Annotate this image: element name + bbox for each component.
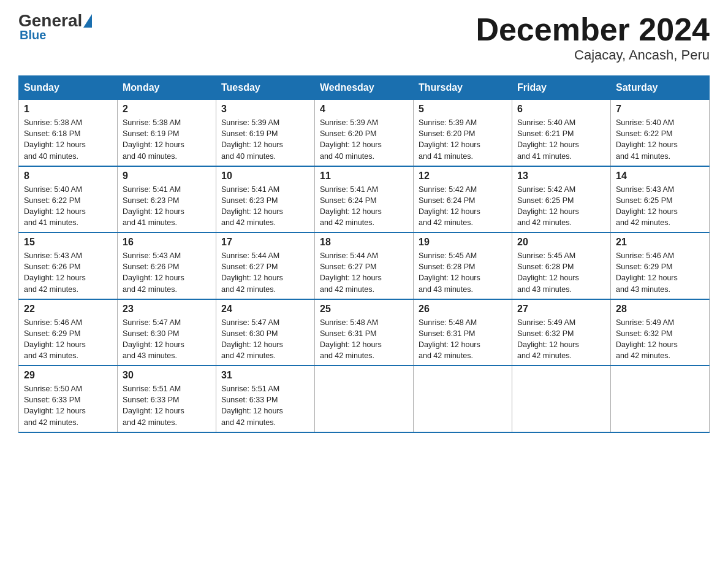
day-number: 12: [419, 170, 507, 182]
day-info: Sunrise: 5:41 AMSunset: 6:23 PMDaylight:…: [221, 184, 309, 229]
day-number: 1: [24, 104, 112, 115]
day-info: Sunrise: 5:45 AMSunset: 6:28 PMDaylight:…: [517, 250, 605, 295]
calendar-cell: 29Sunrise: 5:50 AMSunset: 6:33 PMDayligh…: [19, 366, 118, 432]
calendar-cell: 7Sunrise: 5:40 AMSunset: 6:22 PMDaylight…: [611, 100, 710, 166]
calendar-cell: 20Sunrise: 5:45 AMSunset: 6:28 PMDayligh…: [512, 232, 611, 299]
day-number: 29: [24, 370, 112, 381]
calendar-cell: 1Sunrise: 5:38 AMSunset: 6:18 PMDaylight…: [19, 100, 118, 166]
day-number: 24: [221, 304, 309, 315]
calendar-cell: 17Sunrise: 5:44 AMSunset: 6:27 PMDayligh…: [216, 232, 315, 299]
day-number: 5: [419, 104, 507, 115]
calendar-cell: [315, 366, 414, 432]
calendar-cell: 23Sunrise: 5:47 AMSunset: 6:30 PMDayligh…: [118, 299, 216, 366]
day-info: Sunrise: 5:47 AMSunset: 6:30 PMDaylight:…: [123, 317, 211, 362]
day-number: 28: [616, 304, 704, 315]
day-info: Sunrise: 5:44 AMSunset: 6:27 PMDaylight:…: [221, 250, 309, 295]
day-number: 8: [24, 170, 112, 182]
day-number: 6: [517, 104, 605, 115]
calendar-cell: 10Sunrise: 5:41 AMSunset: 6:23 PMDayligh…: [216, 166, 315, 233]
calendar-cell: [414, 366, 512, 432]
calendar-cell: 24Sunrise: 5:47 AMSunset: 6:30 PMDayligh…: [216, 299, 315, 366]
calendar-cell: 18Sunrise: 5:44 AMSunset: 6:27 PMDayligh…: [315, 232, 414, 299]
header-thursday: Thursday: [414, 76, 512, 100]
header-saturday: Saturday: [611, 76, 710, 100]
header-monday: Monday: [118, 76, 216, 100]
day-info: Sunrise: 5:50 AMSunset: 6:33 PMDaylight:…: [24, 383, 112, 428]
calendar-cell: [611, 366, 710, 432]
calendar-cell: 21Sunrise: 5:46 AMSunset: 6:29 PMDayligh…: [611, 232, 710, 299]
calendar-cell: 5Sunrise: 5:39 AMSunset: 6:20 PMDaylight…: [414, 100, 512, 166]
day-number: 9: [123, 170, 211, 182]
day-info: Sunrise: 5:46 AMSunset: 6:29 PMDaylight:…: [616, 250, 704, 295]
calendar-cell: 2Sunrise: 5:38 AMSunset: 6:19 PMDaylight…: [118, 100, 216, 166]
day-number: 20: [517, 237, 605, 248]
calendar-cell: 19Sunrise: 5:45 AMSunset: 6:28 PMDayligh…: [414, 232, 512, 299]
logo: General Blue: [18, 12, 93, 42]
day-number: 15: [24, 237, 112, 248]
day-number: 3: [221, 104, 309, 115]
day-info: Sunrise: 5:47 AMSunset: 6:30 PMDaylight:…: [221, 317, 309, 362]
calendar-cell: 9Sunrise: 5:41 AMSunset: 6:23 PMDaylight…: [118, 166, 216, 233]
day-info: Sunrise: 5:42 AMSunset: 6:25 PMDaylight:…: [517, 184, 605, 229]
day-info: Sunrise: 5:49 AMSunset: 6:32 PMDaylight:…: [517, 317, 605, 362]
day-number: 19: [419, 237, 507, 248]
day-number: 11: [320, 170, 408, 182]
calendar-cell: 22Sunrise: 5:46 AMSunset: 6:29 PMDayligh…: [19, 299, 118, 366]
calendar-cell: 16Sunrise: 5:43 AMSunset: 6:26 PMDayligh…: [118, 232, 216, 299]
day-info: Sunrise: 5:40 AMSunset: 6:22 PMDaylight:…: [616, 117, 704, 162]
header-tuesday: Tuesday: [216, 76, 315, 100]
day-number: 4: [320, 104, 408, 115]
day-number: 16: [123, 237, 211, 248]
page-header: General Blue December 2024 Cajacay, Anca…: [18, 12, 710, 63]
day-info: Sunrise: 5:42 AMSunset: 6:24 PMDaylight:…: [419, 184, 507, 229]
day-info: Sunrise: 5:38 AMSunset: 6:18 PMDaylight:…: [24, 117, 112, 162]
day-number: 7: [616, 104, 704, 115]
day-number: 13: [517, 170, 605, 182]
day-number: 22: [24, 304, 112, 315]
day-number: 25: [320, 304, 408, 315]
day-info: Sunrise: 5:40 AMSunset: 6:22 PMDaylight:…: [24, 184, 112, 229]
logo-text: General: [18, 12, 93, 29]
day-info: Sunrise: 5:43 AMSunset: 6:25 PMDaylight:…: [616, 184, 704, 229]
calendar-cell: 4Sunrise: 5:39 AMSunset: 6:20 PMDaylight…: [315, 100, 414, 166]
calendar-cell: 15Sunrise: 5:43 AMSunset: 6:26 PMDayligh…: [19, 232, 118, 299]
day-info: Sunrise: 5:43 AMSunset: 6:26 PMDaylight:…: [123, 250, 211, 295]
day-number: 18: [320, 237, 408, 248]
day-number: 21: [616, 237, 704, 248]
day-info: Sunrise: 5:51 AMSunset: 6:33 PMDaylight:…: [123, 383, 211, 428]
day-info: Sunrise: 5:41 AMSunset: 6:24 PMDaylight:…: [320, 184, 408, 229]
logo-triangle-icon: [83, 14, 92, 28]
day-number: 26: [419, 304, 507, 315]
day-info: Sunrise: 5:49 AMSunset: 6:32 PMDaylight:…: [616, 317, 704, 362]
header-sunday: Sunday: [19, 76, 118, 100]
calendar-cell: 28Sunrise: 5:49 AMSunset: 6:32 PMDayligh…: [611, 299, 710, 366]
day-number: 23: [123, 304, 211, 315]
day-info: Sunrise: 5:40 AMSunset: 6:21 PMDaylight:…: [517, 117, 605, 162]
calendar-subtitle: Cajacay, Ancash, Peru: [476, 47, 710, 63]
day-info: Sunrise: 5:43 AMSunset: 6:26 PMDaylight:…: [24, 250, 112, 295]
day-info: Sunrise: 5:38 AMSunset: 6:19 PMDaylight:…: [123, 117, 211, 162]
day-number: 27: [517, 304, 605, 315]
logo-blue: Blue: [20, 28, 46, 42]
calendar-cell: 3Sunrise: 5:39 AMSunset: 6:19 PMDaylight…: [216, 100, 315, 166]
calendar-cell: 27Sunrise: 5:49 AMSunset: 6:32 PMDayligh…: [512, 299, 611, 366]
logo-general: General: [18, 12, 82, 29]
calendar-week-2: 8Sunrise: 5:40 AMSunset: 6:22 PMDaylight…: [19, 166, 710, 233]
day-number: 14: [616, 170, 704, 182]
calendar-cell: 12Sunrise: 5:42 AMSunset: 6:24 PMDayligh…: [414, 166, 512, 233]
day-number: 2: [123, 104, 211, 115]
calendar-cell: [512, 366, 611, 432]
day-info: Sunrise: 5:39 AMSunset: 6:20 PMDaylight:…: [320, 117, 408, 162]
calendar-table: SundayMondayTuesdayWednesdayThursdayFrid…: [18, 75, 710, 433]
calendar-cell: 13Sunrise: 5:42 AMSunset: 6:25 PMDayligh…: [512, 166, 611, 233]
day-info: Sunrise: 5:51 AMSunset: 6:33 PMDaylight:…: [221, 383, 309, 428]
calendar-cell: 14Sunrise: 5:43 AMSunset: 6:25 PMDayligh…: [611, 166, 710, 233]
day-number: 10: [221, 170, 309, 182]
header-friday: Friday: [512, 76, 611, 100]
calendar-cell: 30Sunrise: 5:51 AMSunset: 6:33 PMDayligh…: [118, 366, 216, 432]
calendar-week-5: 29Sunrise: 5:50 AMSunset: 6:33 PMDayligh…: [19, 366, 710, 432]
day-info: Sunrise: 5:39 AMSunset: 6:19 PMDaylight:…: [221, 117, 309, 162]
day-info: Sunrise: 5:45 AMSunset: 6:28 PMDaylight:…: [419, 250, 507, 295]
day-info: Sunrise: 5:44 AMSunset: 6:27 PMDaylight:…: [320, 250, 408, 295]
day-info: Sunrise: 5:46 AMSunset: 6:29 PMDaylight:…: [24, 317, 112, 362]
